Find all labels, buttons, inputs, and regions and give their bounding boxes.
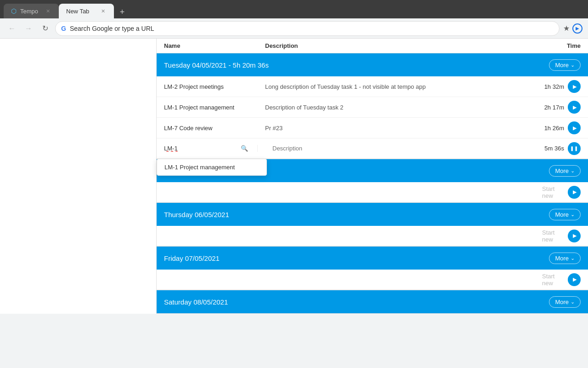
thursday-title: Thursday 06/05/2021	[164, 211, 229, 218]
name-input-wrapper: 🔍	[157, 145, 258, 152]
google-logo: G	[61, 25, 66, 32]
task-dropdown: LM-1 Project management	[157, 159, 267, 176]
thursday-more-button[interactable]: More ⌄	[549, 209, 581, 220]
day-section-saturday: Saturday 08/05/2021 More ⌄	[157, 290, 588, 314]
task-time-cell-lm1: 2h 17m ▶	[535, 101, 581, 114]
day-section-friday: Friday 07/05/2021 More ⌄ Start new ▶	[157, 247, 588, 290]
tab-new[interactable]: New Tab ✕	[59, 4, 114, 18]
wednesday-start-new-cell: Start new ▶	[542, 185, 588, 199]
wednesday-play-icon: ▶	[573, 189, 577, 195]
wednesday-start-new-button[interactable]: ▶	[568, 186, 581, 199]
browser-chrome: ⬡ Tempo ✕ New Tab ✕ +	[0, 0, 588, 18]
friday-start-new-button[interactable]: ▶	[568, 273, 581, 286]
desc-input[interactable]	[265, 145, 535, 152]
day-header-saturday: Saturday 08/05/2021 More ⌄	[157, 290, 588, 313]
col-time: Time	[535, 42, 581, 49]
thursday-start-new-cell: Start new ▶	[542, 229, 588, 243]
col-description: Description	[265, 42, 535, 49]
thursday-start-new-row: Start new ▶	[157, 226, 588, 246]
task-time-lm7: 1h 26m	[544, 125, 564, 132]
forward-button[interactable]: →	[22, 22, 35, 35]
tab-new-close[interactable]: ✕	[99, 7, 107, 15]
browser-tabs: ⬡ Tempo ✕ New Tab ✕ +	[4, 0, 129, 18]
name-input[interactable]	[164, 145, 250, 152]
wednesday-start-new-label: Start new	[542, 185, 564, 199]
saturday-title: Saturday 08/05/2021	[164, 298, 228, 306]
thursday-play-icon: ▶	[573, 233, 577, 239]
tab-tempo[interactable]: ⬡ Tempo ✕	[4, 4, 59, 18]
tab-tempo-label: Tempo	[20, 8, 38, 15]
friday-start-new-row: Start new ▶	[157, 270, 588, 290]
active-task-time: 5m 36s	[544, 145, 564, 152]
url-bar[interactable]: G Search Google or type a URL	[55, 21, 560, 36]
dropdown-item-lm1[interactable]: LM-1 Project management	[157, 159, 266, 175]
day-section-thursday: Thursday 06/05/2021 More ⌄ Start new ▶	[157, 203, 588, 247]
table-header: Name Description Time	[157, 39, 588, 53]
task-name-lm2: LM-2 Project meetings	[164, 83, 265, 90]
tuesday-title: Tuesday 04/05/2021 - 5h 20m 36s	[164, 61, 269, 69]
task-name-lm1: LM-1 Project management	[164, 104, 265, 111]
friday-more-chevron: ⌄	[571, 255, 575, 261]
day-header-thursday: Thursday 06/05/2021 More ⌄	[157, 203, 588, 226]
play-button-lm2[interactable]: ▶	[568, 80, 581, 93]
profile-icon[interactable]: ▶	[572, 23, 582, 34]
content-area: Name Description Time Tuesday 04/05/2021…	[0, 39, 588, 314]
saturday-more-button[interactable]: More ⌄	[549, 296, 581, 308]
thursday-start-new-button[interactable]: ▶	[568, 230, 581, 242]
back-button[interactable]: ←	[6, 22, 18, 35]
play-button-lm1[interactable]: ▶	[568, 101, 581, 114]
task-name-lm7: LM-7 Code review	[164, 125, 265, 132]
pause-button[interactable]: ❚❚	[568, 142, 581, 155]
sidebar	[0, 39, 156, 314]
new-tab-button[interactable]: +	[116, 6, 129, 18]
play-icon-lm1: ▶	[573, 104, 577, 110]
task-row-lm2: LM-2 Project meetings Long description o…	[157, 76, 588, 97]
bookmark-icon[interactable]: ★	[563, 24, 570, 33]
friday-start-new-label: Start new	[542, 273, 564, 287]
friday-title: Friday 07/05/2021	[164, 254, 220, 262]
address-bar: ← → ↻ G Search Google or type a URL ★ ▶	[0, 18, 588, 39]
pause-icon: ❚❚	[570, 146, 578, 151]
task-time-lm1: 2h 17m	[544, 104, 564, 111]
task-row-lm1: LM-1 Project management Description of T…	[157, 97, 588, 118]
tuesday-more-chevron: ⌄	[571, 62, 575, 68]
input-time-cell: 5m 36s ❚❚	[542, 142, 588, 155]
url-text: Search Google or type a URL	[70, 25, 154, 32]
desc-input-wrapper	[258, 145, 542, 152]
task-desc-lm7: Pr #23	[265, 125, 535, 132]
friday-play-icon: ▶	[573, 276, 577, 282]
task-row-lm7: LM-7 Code review Pr #23 1h 26m ▶	[157, 118, 588, 138]
task-time-lm2: 1h 32m	[544, 83, 564, 90]
tempo-favicon: ⬡	[11, 7, 17, 15]
col-name: Name	[164, 42, 265, 49]
wednesday-start-new-row: Start new ▶	[157, 182, 588, 202]
play-button-lm7[interactable]: ▶	[568, 121, 581, 134]
play-icon-lm2: ▶	[573, 84, 577, 90]
day-header-friday: Friday 07/05/2021 More ⌄	[157, 247, 588, 270]
wednesday-more-button[interactable]: More ⌄	[549, 165, 581, 177]
friday-more-button[interactable]: More ⌄	[549, 253, 581, 264]
saturday-more-chevron: ⌄	[571, 299, 575, 305]
tab-tempo-close[interactable]: ✕	[44, 7, 51, 15]
new-tab-label: New Tab	[66, 8, 89, 15]
main-content: Name Description Time Tuesday 04/05/2021…	[156, 39, 588, 314]
task-desc-lm2: Long description of Tuesday task 1 - not…	[265, 83, 535, 90]
thursday-more-chevron: ⌄	[571, 212, 575, 218]
day-header-tuesday: Tuesday 04/05/2021 - 5h 20m 36s More ⌄	[157, 53, 588, 76]
task-time-cell-lm7: 1h 26m ▶	[535, 121, 581, 134]
reload-button[interactable]: ↻	[39, 22, 51, 35]
address-icons: ★ ▶	[563, 23, 582, 34]
task-desc-lm1: Description of Tuesday task 2	[265, 104, 535, 111]
task-time-cell-lm2: 1h 32m ▶	[535, 80, 581, 93]
thursday-start-new-label: Start new	[542, 229, 564, 243]
search-icon-small: 🔍	[241, 145, 248, 152]
friday-start-new-cell: Start new ▶	[542, 273, 588, 287]
input-row-tuesday: 🔍 5m 36s ❚❚ LM-1 Project management	[157, 138, 588, 159]
day-section-tuesday: Tuesday 04/05/2021 - 5h 20m 36s More ⌄ L…	[157, 53, 588, 159]
wednesday-more-chevron: ⌄	[571, 168, 575, 174]
play-icon-lm7: ▶	[573, 125, 577, 131]
tuesday-more-button[interactable]: More ⌄	[549, 59, 581, 71]
